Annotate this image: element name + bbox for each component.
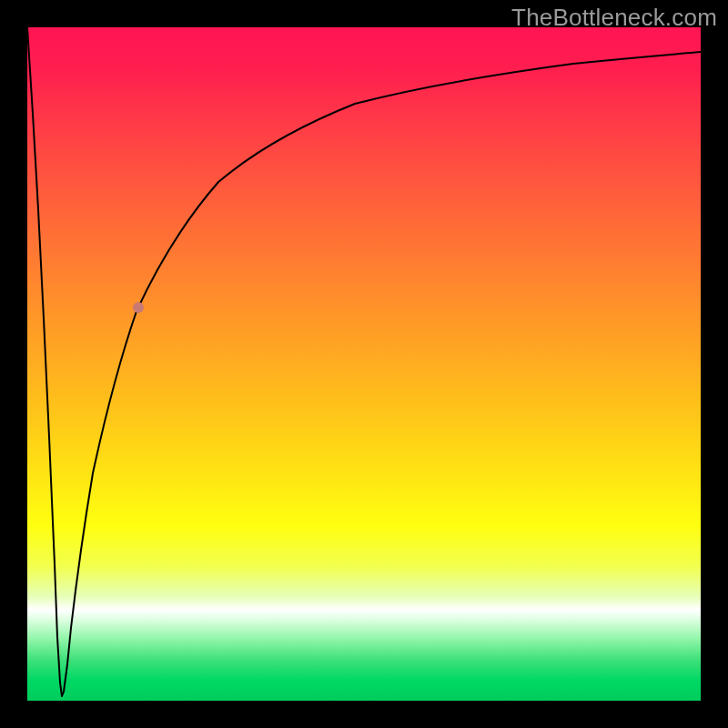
dot-marker-lower-icon	[133, 302, 144, 313]
watermark-text: TheBottleneck.com	[511, 4, 717, 32]
bottleneck-curve	[27, 27, 701, 696]
plot-area	[27, 27, 701, 701]
chart-frame: TheBottleneck.com	[0, 0, 728, 728]
curve-svg	[27, 27, 701, 701]
